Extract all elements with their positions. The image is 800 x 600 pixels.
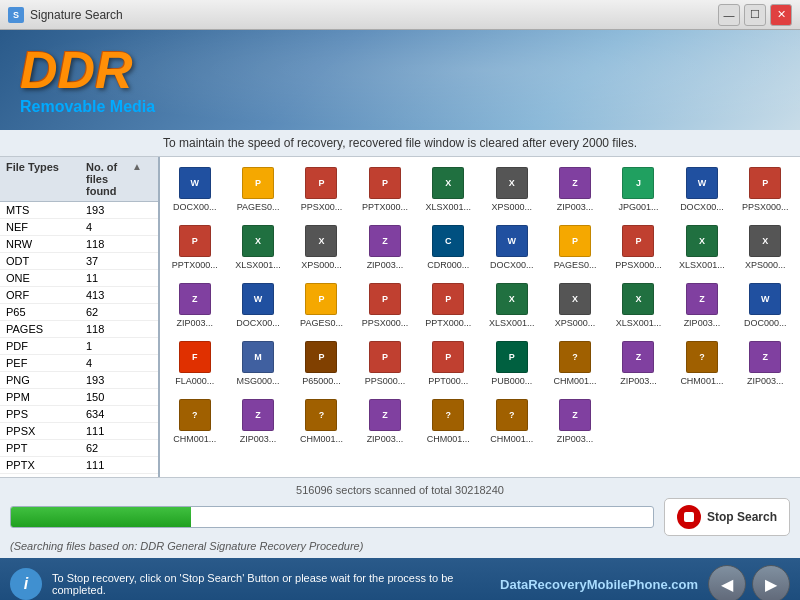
file-type-row[interactable]: ORF413 — [0, 287, 158, 304]
file-label: P65000... — [302, 377, 341, 387]
file-type-row[interactable]: PPTX111 — [0, 457, 158, 474]
file-type-row[interactable]: PSB193 — [0, 474, 158, 477]
file-grid-item[interactable]: Z ZIP003... — [354, 393, 415, 449]
file-grid-item[interactable]: W DOCX00... — [481, 219, 542, 275]
file-type-row[interactable]: PEF4 — [0, 355, 158, 372]
file-grid-item[interactable]: X XLSX001... — [481, 277, 542, 333]
file-type-row[interactable]: ONE11 — [0, 270, 158, 287]
file-types-panel: File Types No. of files found ▲ MTS193NE… — [0, 157, 160, 477]
files-grid-panel[interactable]: W DOCX00... P PAGES0... P PPSX00... P PP… — [160, 157, 800, 477]
file-grid-item[interactable]: X XLSX001... — [608, 277, 669, 333]
file-grid-item[interactable]: P PPSX00... — [291, 161, 352, 217]
file-grid-item[interactable]: P PPSX000... — [735, 161, 796, 217]
file-type-row[interactable]: NRW118 — [0, 236, 158, 253]
file-type-row[interactable]: ODT37 — [0, 253, 158, 270]
file-grid-item[interactable]: Z ZIP003... — [671, 277, 732, 333]
file-grid-item[interactable]: P PPSX000... — [354, 277, 415, 333]
file-grid-item[interactable]: W DOC000... — [735, 277, 796, 333]
file-type-count: 634 — [86, 408, 152, 420]
nav-next-button[interactable]: ▶ — [752, 565, 790, 600]
file-grid-item[interactable]: P PPT000... — [418, 335, 479, 391]
file-type-name: NRW — [6, 238, 86, 250]
file-grid-item[interactable]: P PUB000... — [481, 335, 542, 391]
close-button[interactable]: ✕ — [770, 4, 792, 26]
file-grid-item[interactable]: P PPTX000... — [164, 219, 225, 275]
file-label: XLSX001... — [489, 319, 535, 329]
nav-prev-button[interactable]: ◀ — [708, 565, 746, 600]
file-grid-item[interactable]: M MSG000... — [227, 335, 288, 391]
file-grid-item[interactable]: Z ZIP003... — [544, 393, 605, 449]
file-grid-item[interactable]: P PPTX000... — [354, 161, 415, 217]
file-grid-item[interactable]: X XLSX001... — [671, 219, 732, 275]
file-icon: ? — [177, 397, 213, 433]
file-type-count: 193 — [86, 374, 152, 386]
file-grid-item[interactable]: C CDR000... — [418, 219, 479, 275]
file-icon-box: P — [432, 341, 464, 373]
file-icon: W — [240, 281, 276, 317]
maximize-button[interactable]: ☐ — [744, 4, 766, 26]
file-icon-box: X — [305, 225, 337, 257]
minimize-button[interactable]: — — [718, 4, 740, 26]
file-grid-item[interactable]: P PAGES0... — [291, 277, 352, 333]
file-icon-box: ? — [432, 399, 464, 431]
file-label: JPG001... — [618, 203, 658, 213]
file-grid-item[interactable]: P PAGES0... — [544, 219, 605, 275]
file-grid-item[interactable]: X XPS000... — [544, 277, 605, 333]
file-grid-item[interactable]: ? CHM001... — [418, 393, 479, 449]
file-type-row[interactable]: PPS634 — [0, 406, 158, 423]
file-grid-item[interactable]: Z ZIP003... — [735, 335, 796, 391]
file-grid-item[interactable]: J JPG001... — [608, 161, 669, 217]
file-label: CHM001... — [427, 435, 470, 445]
file-grid-item[interactable]: P PPS000... — [354, 335, 415, 391]
file-grid-item[interactable]: F FLA000... — [164, 335, 225, 391]
file-icon: F — [177, 339, 213, 375]
file-type-row[interactable]: PPM150 — [0, 389, 158, 406]
file-grid-item[interactable]: ? CHM001... — [544, 335, 605, 391]
file-grid-item[interactable]: W DOCX00... — [671, 161, 732, 217]
stop-search-button[interactable]: Stop Search — [664, 498, 790, 536]
file-grid-item[interactable]: Z ZIP003... — [608, 335, 669, 391]
file-grid-item[interactable]: X XLSX001... — [227, 219, 288, 275]
file-grid-item[interactable]: P PPTX000... — [418, 277, 479, 333]
file-label: CHM001... — [173, 435, 216, 445]
file-type-count: 4 — [86, 357, 152, 369]
file-type-row[interactable]: PDF1 — [0, 338, 158, 355]
file-types-list[interactable]: MTS193NEF4NRW118ODT37ONE11ORF413P6562PAG… — [0, 202, 158, 477]
file-grid-item[interactable]: W DOCX00... — [164, 161, 225, 217]
file-type-row[interactable]: NEF4 — [0, 219, 158, 236]
file-grid-item[interactable]: P P65000... — [291, 335, 352, 391]
file-grid-item[interactable]: ? CHM001... — [671, 335, 732, 391]
file-grid-item[interactable]: P PAGES0... — [227, 161, 288, 217]
file-label: CHM001... — [680, 377, 723, 387]
file-grid-item[interactable]: ? CHM001... — [164, 393, 225, 449]
file-grid-item[interactable]: X XPS000... — [481, 161, 542, 217]
progress-bar-container — [10, 506, 654, 528]
file-icon: Z — [367, 223, 403, 259]
file-type-row[interactable]: PPSX111 — [0, 423, 158, 440]
file-type-name: PPM — [6, 391, 86, 403]
file-type-row[interactable]: MTS193 — [0, 202, 158, 219]
file-type-row[interactable]: PAGES118 — [0, 321, 158, 338]
file-grid-item[interactable]: Z ZIP003... — [354, 219, 415, 275]
file-type-name: PDF — [6, 340, 86, 352]
file-label: PPS000... — [365, 377, 406, 387]
file-grid-item[interactable]: Z ZIP003... — [227, 393, 288, 449]
file-grid-item[interactable]: ? CHM001... — [291, 393, 352, 449]
file-icon-box: X — [432, 167, 464, 199]
file-icon: P — [367, 339, 403, 375]
file-grid-item[interactable]: Z ZIP003... — [544, 161, 605, 217]
file-grid-item[interactable]: X XLSX001... — [418, 161, 479, 217]
file-type-row[interactable]: PNG193 — [0, 372, 158, 389]
file-grid-item[interactable]: P PPSX000... — [608, 219, 669, 275]
file-grid-item[interactable]: Z ZIP003... — [164, 277, 225, 333]
file-grid-item[interactable]: W DOCX00... — [227, 277, 288, 333]
file-type-row[interactable]: PPT62 — [0, 440, 158, 457]
file-grid-item[interactable]: X XPS000... — [291, 219, 352, 275]
file-icon-box: P — [369, 167, 401, 199]
file-icon-box: P — [305, 167, 337, 199]
file-type-row[interactable]: P6562 — [0, 304, 158, 321]
file-grid-item[interactable]: X XPS000... — [735, 219, 796, 275]
file-icon: W — [494, 223, 530, 259]
scroll-up-arrow[interactable]: ▲ — [132, 161, 152, 197]
file-grid-item[interactable]: ? CHM001... — [481, 393, 542, 449]
